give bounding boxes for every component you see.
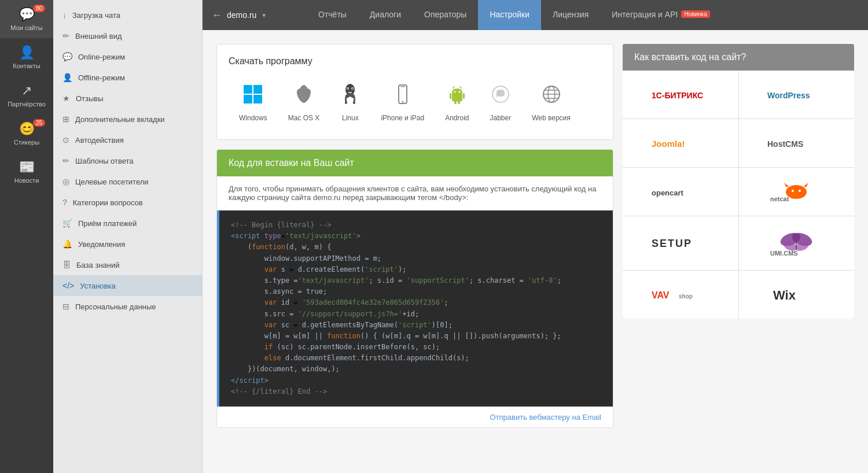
new-badge: Новинка (681, 10, 709, 18)
online-mode-icon: 💬 (62, 52, 72, 61)
cms-grid: 1С-БИТРИКС WordPress (623, 71, 854, 319)
svg-text:1С-БИТРИКС: 1С-БИТРИКС (652, 91, 703, 100)
svg-line-18 (459, 86, 462, 88)
bitrix-logo: 1С-БИТРИКС (649, 82, 712, 107)
wordpress-logo: WordPress (764, 82, 828, 107)
vav-logo: VAV shop (649, 282, 712, 307)
setup-logo: SETUP (649, 231, 712, 256)
sidebar-item-contacts[interactable]: 👤 Контакты (0, 38, 53, 76)
svg-text:VAV: VAV (652, 290, 670, 300)
sidebar-item-personal-data[interactable]: ⊟ Персональные данные (53, 296, 202, 317)
sidebar-item-news[interactable]: 📰 Новости (0, 153, 53, 191)
cms-joomla[interactable]: Joomla! (623, 119, 738, 167)
svg-text:shop: shop (679, 293, 693, 300)
top-nav: ← demo.ru ▼ Отчёты Диалоги Операторы Нас… (203, 0, 868, 30)
sidebar-item-appearance[interactable]: ✏ Внешний вид (53, 25, 202, 46)
download-web[interactable]: Web версия (521, 78, 581, 128)
svg-text:UMI.CMS: UMI.CMS (770, 250, 798, 257)
cms-setup[interactable]: SETUP (623, 216, 738, 270)
sidebar-item-autoactions[interactable]: ⊙ Автодействия (53, 130, 202, 150)
download-section: Скачать программу Windows Mac (216, 44, 613, 140)
cms-bitrix[interactable]: 1С-БИТРИКС (623, 71, 738, 119)
download-iphone-ipad[interactable]: iPhone и iPad (370, 78, 435, 128)
apple-icon (294, 84, 314, 109)
sidebar-item-online-mode[interactable]: 💬 Online-режим (53, 46, 202, 67)
tab-integration[interactable]: Интеграция и API Новинка (600, 0, 721, 30)
svg-line-17 (453, 86, 455, 88)
content-area: Скачать программу Windows Mac (203, 30, 868, 473)
sidebar-item-knowledge-base[interactable]: 🗄 База знаний (53, 254, 202, 275)
tab-operators[interactable]: Операторы (413, 0, 478, 30)
download-macosx[interactable]: Mac OS X (278, 78, 330, 128)
sidebar-item-chat-load[interactable]: ↓ Загрузка чата (53, 5, 202, 25)
sidebar-item-question-cats[interactable]: ? Категории вопросов (53, 192, 202, 213)
tab-reports[interactable]: Отчёты (307, 0, 358, 30)
icon-bar: 💬 Мои сайты 80 👤 Контакты ↗ Партнёрство … (0, 0, 53, 473)
jabber-icon (491, 84, 510, 109)
tab-dialogs[interactable]: Диалоги (358, 0, 413, 30)
linux-icon (340, 84, 360, 109)
code-description: Для того, чтобы принимать обращения клие… (217, 176, 613, 210)
svg-rect-19 (450, 93, 451, 99)
windows-icon (242, 84, 263, 109)
svg-point-9 (352, 88, 353, 89)
svg-rect-12 (399, 85, 407, 104)
sidebar-item-offline-mode[interactable]: 👤 Offline-режим (53, 67, 202, 88)
cms-umicms[interactable]: UMI.CMS (739, 216, 855, 270)
sidebar-item-target-visitors[interactable]: ◎ Целевые посетители (53, 171, 202, 192)
left-panel: Скачать программу Windows Mac (216, 44, 613, 459)
svg-text:HostCMS: HostCMS (767, 139, 803, 149)
tab-license[interactable]: Лицензия (541, 0, 600, 30)
sidebar-item-extra-tabs[interactable]: ⊞ Дополнительные вкладки (53, 109, 202, 130)
svg-marker-33 (784, 183, 789, 187)
svg-rect-10 (345, 101, 347, 104)
code-footer: Отправить вебмастеру на Email (217, 407, 613, 427)
how-section: Как вставить код на сайт? 1С-БИТРИКС (623, 44, 854, 319)
download-linux[interactable]: Linux (330, 78, 370, 128)
download-windows[interactable]: Windows (229, 78, 278, 128)
sidebar-item-install[interactable]: </> Установка (53, 275, 202, 296)
svg-text:opencart: opencart (652, 189, 684, 197)
joomla-logo: Joomla! (649, 131, 712, 156)
svg-text:Wix: Wix (773, 288, 796, 302)
umicms-logo: UMI.CMS (764, 228, 828, 258)
sidebar-item-payments[interactable]: 🛒 Приём платежей (53, 213, 202, 234)
code-section-title: Код для вставки на Ваш сайт (217, 150, 613, 176)
code-block: <!-- Begin {literal} --> <script type='t… (217, 210, 613, 407)
sidebar-item-my-sites[interactable]: 💬 Мои сайты 80 (0, 0, 53, 38)
sidebar-item-partnership[interactable]: ↗ Партнёрство (0, 76, 53, 114)
download-jabber[interactable]: Jabber (480, 78, 522, 128)
send-email-link[interactable]: Отправить вебмастеру на Email (490, 413, 601, 422)
notifications-icon: 🔔 (62, 239, 72, 249)
svg-point-35 (792, 190, 794, 192)
opencart-logo: opencart (649, 179, 712, 204)
netcat-logo: netcat (764, 179, 828, 204)
hostcms-logo: HostCMS (764, 131, 828, 156)
brand-selector[interactable]: ← demo.ru ▼ (203, 0, 307, 30)
sidebar-item-stickers[interactable]: 😊 Стикеры 25 (0, 114, 53, 153)
cms-opencart[interactable]: opencart (623, 168, 738, 216)
sidebar-item-answer-templates[interactable]: ✏ Шаблоны ответа (53, 150, 202, 171)
cms-wix[interactable]: Wix (739, 271, 855, 319)
back-arrow-icon[interactable]: ← (212, 9, 222, 21)
sidebar-item-reviews[interactable]: ★ Отзывы (53, 88, 202, 109)
contacts-icon: 👤 (19, 45, 35, 60)
svg-text:netcat: netcat (770, 195, 789, 202)
chevron-down-icon[interactable]: ▼ (261, 12, 267, 19)
svg-point-16 (458, 91, 460, 93)
web-icon (542, 84, 561, 109)
tab-settings[interactable]: Настройки (478, 0, 541, 30)
install-icon: </> (62, 281, 74, 290)
brand-name: demo.ru (227, 10, 256, 20)
cms-netcat[interactable]: netcat (739, 168, 855, 216)
cms-wordpress[interactable]: WordPress (739, 71, 855, 119)
download-android[interactable]: Android (435, 78, 479, 128)
phone-icon (393, 84, 413, 109)
stickers-icon: 😊 (19, 121, 35, 136)
android-icon (447, 84, 467, 109)
sidebar-item-notifications[interactable]: 🔔 Уведомления (53, 234, 202, 254)
svg-point-4 (302, 85, 306, 88)
autoactions-icon: ⊙ (62, 135, 69, 145)
cms-hostcms[interactable]: HostCMS (739, 119, 855, 167)
cms-vav[interactable]: VAV shop (623, 271, 738, 319)
